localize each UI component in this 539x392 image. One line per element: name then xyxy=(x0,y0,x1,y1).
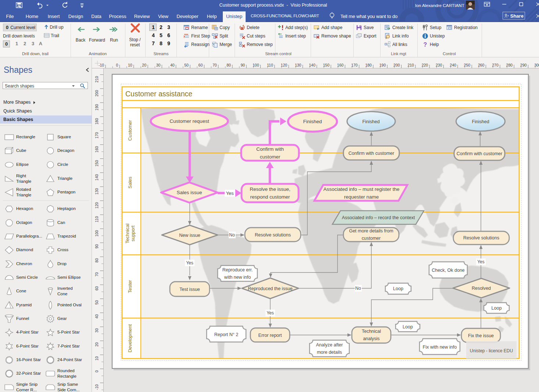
svg-text:-10: -10 xyxy=(94,384,99,390)
svg-text:150: 150 xyxy=(323,63,330,67)
svg-text:Get more details from: Get more details from xyxy=(349,228,393,234)
svg-text:300: 300 xyxy=(534,63,539,67)
svg-text:Confirm with customer: Confirm with customer xyxy=(457,151,502,156)
svg-text:Sales: Sales xyxy=(127,177,133,189)
svg-text:-10: -10 xyxy=(99,63,104,67)
svg-text:Sales issue: Sales issue xyxy=(176,190,202,195)
svg-text:Loop: Loop xyxy=(393,286,403,291)
svg-text:analysis: analysis xyxy=(363,336,379,341)
svg-text:Customer assistance: Customer assistance xyxy=(125,90,192,98)
svg-text:220: 220 xyxy=(422,63,428,67)
svg-text:120: 120 xyxy=(281,63,288,67)
svg-text:0: 0 xyxy=(94,370,99,373)
svg-text:180: 180 xyxy=(365,63,372,67)
svg-text:Development: Development xyxy=(127,324,133,352)
svg-text:Error report: Error report xyxy=(258,333,282,338)
svg-text:20: 20 xyxy=(94,342,99,347)
svg-text:No: No xyxy=(229,232,235,238)
svg-text:80: 80 xyxy=(94,258,99,263)
svg-text:Check, Ok done: Check, Ok done xyxy=(432,268,465,273)
svg-text:Resolve the issue,: Resolve the issue, xyxy=(250,186,290,192)
svg-text:Yes: Yes xyxy=(186,260,193,266)
svg-text:150: 150 xyxy=(94,160,99,167)
svg-text:40: 40 xyxy=(170,63,175,67)
svg-text:Yes: Yes xyxy=(477,259,485,264)
svg-text:70: 70 xyxy=(213,63,217,67)
svg-text:requester name: requester name xyxy=(344,194,379,200)
svg-text:140: 140 xyxy=(309,63,315,67)
svg-text:110: 110 xyxy=(94,216,99,222)
svg-text:30: 30 xyxy=(156,63,161,67)
svg-text:130: 130 xyxy=(94,188,99,195)
svg-text:10: 10 xyxy=(94,356,99,361)
svg-text:10: 10 xyxy=(128,63,132,67)
svg-text:Resolve solutions: Resolve solutions xyxy=(255,232,291,238)
svg-text:230: 230 xyxy=(436,63,442,67)
svg-text:210: 210 xyxy=(94,76,99,83)
svg-text:280: 280 xyxy=(506,63,513,67)
svg-text:Reproduce err.: Reproduce err. xyxy=(222,267,253,272)
svg-text:250: 250 xyxy=(464,63,471,67)
svg-text:90: 90 xyxy=(241,63,245,67)
svg-text:Technical: Technical xyxy=(362,329,381,334)
svg-text:respond customer: respond customer xyxy=(250,194,290,200)
svg-text:Fix with new info: Fix with new info xyxy=(423,345,457,350)
svg-text:Fix the issue: Fix the issue xyxy=(468,333,494,338)
svg-text:160: 160 xyxy=(94,146,99,153)
svg-text:50: 50 xyxy=(184,63,189,67)
svg-text:70: 70 xyxy=(94,272,99,277)
svg-text:Yes: Yes xyxy=(226,190,234,196)
svg-text:60: 60 xyxy=(199,63,203,67)
svg-text:190: 190 xyxy=(94,104,99,111)
svg-text:Loop: Loop xyxy=(403,324,413,329)
svg-text:New issue: New issue xyxy=(179,233,200,238)
svg-text:100: 100 xyxy=(94,230,99,237)
svg-text:Tester: Tester xyxy=(127,280,133,293)
svg-text:Finished: Finished xyxy=(362,119,379,124)
svg-text:170: 170 xyxy=(94,132,99,139)
svg-text:Technical: Technical xyxy=(125,224,130,243)
svg-text:100: 100 xyxy=(253,63,259,67)
svg-text:200: 200 xyxy=(393,63,400,67)
svg-text:110: 110 xyxy=(267,63,273,67)
svg-text:40: 40 xyxy=(94,314,99,318)
svg-text:0: 0 xyxy=(116,63,118,67)
svg-text:60: 60 xyxy=(94,286,99,291)
svg-text:customer: customer xyxy=(260,154,281,160)
svg-text:Associated info – record the c: Associated info – record the context xyxy=(342,215,415,220)
svg-text:Analyze after: Analyze after xyxy=(316,342,343,348)
svg-text:Resolve solutions: Resolve solutions xyxy=(463,235,499,240)
svg-text:Test issue: Test issue xyxy=(179,287,200,292)
svg-text:customer: customer xyxy=(362,236,381,241)
svg-text:Associated info – must registe: Associated info – must register the xyxy=(323,186,399,192)
svg-text:support: support xyxy=(130,225,136,242)
svg-text:Confirm with: Confirm with xyxy=(256,146,284,152)
svg-text:120: 120 xyxy=(94,202,99,209)
svg-text:Resolved: Resolved xyxy=(472,286,491,291)
svg-text:270: 270 xyxy=(492,63,499,67)
svg-text:80: 80 xyxy=(226,63,231,67)
svg-text:210: 210 xyxy=(407,63,414,67)
svg-text:20: 20 xyxy=(142,63,146,67)
svg-text:Customer request: Customer request xyxy=(169,118,209,124)
svg-text:200: 200 xyxy=(94,90,99,97)
svg-text:160: 160 xyxy=(337,63,344,67)
svg-text:Unistep - licence EDU: Unistep - licence EDU xyxy=(470,348,513,353)
svg-text:130: 130 xyxy=(295,63,301,67)
svg-text:260: 260 xyxy=(478,63,485,67)
svg-text:Reproduced the issue: Reproduced the issue xyxy=(248,286,293,291)
svg-text:?: ? xyxy=(424,42,427,48)
svg-text:Loop: Loop xyxy=(492,306,502,311)
svg-text:50: 50 xyxy=(94,300,99,304)
svg-text:Yes: Yes xyxy=(267,310,274,316)
svg-text:more details: more details xyxy=(317,350,342,355)
svg-text:170: 170 xyxy=(351,63,358,67)
svg-text:Customer: Customer xyxy=(127,120,133,141)
svg-text:with new info: with new info xyxy=(224,275,251,280)
svg-text:30: 30 xyxy=(94,328,99,333)
svg-text:Report N° 2: Report N° 2 xyxy=(214,332,238,337)
svg-text:140: 140 xyxy=(94,174,99,181)
svg-text:290: 290 xyxy=(520,63,527,67)
svg-text:Finished: Finished xyxy=(472,119,489,124)
svg-text:Confirm with customer: Confirm with customer xyxy=(349,151,394,156)
